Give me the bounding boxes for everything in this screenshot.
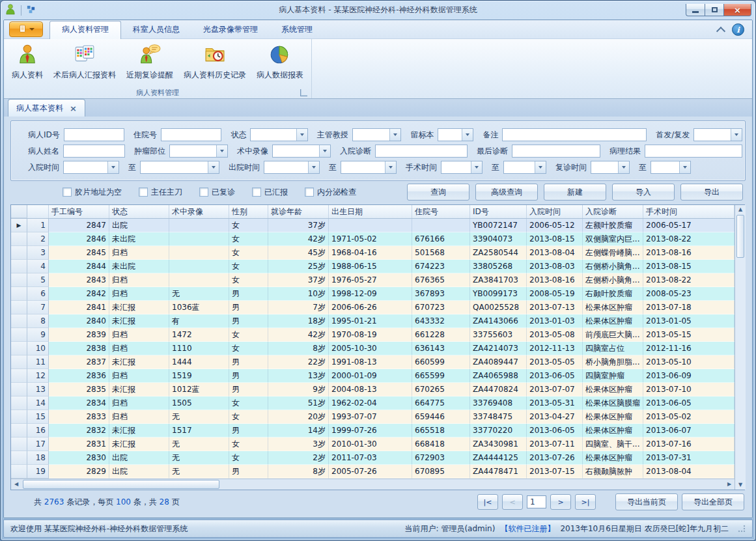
column-header-术中录像[interactable]: 术中录像: [169, 205, 229, 218]
table-row[interactable]: 92839归档1472女42岁1970-08-19661228337556032…: [11, 328, 735, 342]
report-grid-button[interactable]: 术后病人汇报资料: [48, 40, 121, 82]
table-row[interactable]: 22846未出院女42岁1971-05-02676166339040732013…: [11, 232, 735, 246]
pathology-result-input[interactable]: [645, 145, 742, 158]
collapse-ribbon-icon[interactable]: [716, 26, 725, 35]
new-button[interactable]: 新建: [544, 184, 606, 201]
checkbox-icon[interactable]: [252, 187, 261, 197]
discharge-date-to[interactable]: [341, 161, 397, 174]
combo-dropdown-icon[interactable]: [618, 161, 629, 173]
resize-grip[interactable]: [738, 525, 746, 533]
admit-date-from[interactable]: [63, 161, 119, 174]
history-folder-button[interactable]: 病人资料历史记录: [178, 40, 251, 82]
scroll-left-icon[interactable]: ◀: [11, 480, 21, 489]
table-row[interactable]: 132835未汇报1012蓝男9岁2004-08-13670265ZA44708…: [11, 383, 735, 396]
surgery-date-to[interactable]: [503, 161, 546, 174]
next-page-button[interactable]: >: [550, 494, 571, 510]
horizontal-scroll-thumb[interactable]: [23, 480, 219, 489]
table-row[interactable]: 152833归档无女20岁1993-07-0765944633748475201…: [11, 410, 735, 424]
combo-dropdown-icon[interactable]: [731, 129, 742, 141]
first-or-relapse-select[interactable]: [693, 128, 742, 141]
horizontal-scrollbar[interactable]: ◀ ▶: [11, 479, 735, 490]
close-button[interactable]: ×: [723, 4, 751, 16]
remark-input[interactable]: [502, 128, 647, 141]
table-row[interactable]: ▶12847出院女37岁YB00721472006-05-12左额叶胶质瘤200…: [11, 219, 735, 232]
checkbox-icon[interactable]: [199, 187, 208, 197]
table-row[interactable]: 62842归档无男10岁1998-12-09367893YB0099173200…: [11, 287, 735, 301]
combo-dropdown-icon[interactable]: [389, 129, 400, 141]
last-page-button[interactable]: >|: [575, 494, 596, 510]
table-row[interactable]: 112837未汇报1444男22岁1991-08-13660599ZA40894…: [11, 355, 735, 369]
director-surgeon-checkbox[interactable]: 主任主刀: [139, 187, 182, 198]
column-header-就诊年龄[interactable]: 就诊年龄: [268, 205, 329, 218]
column-header-性别[interactable]: 性别: [229, 205, 268, 218]
maximize-button[interactable]: [705, 4, 723, 16]
combo-dropdown-icon[interactable]: [319, 145, 330, 157]
application-menu-button[interactable]: [9, 21, 43, 37]
table-row[interactable]: 162832未汇报1517男14岁1999-07-266655183377022…: [11, 424, 735, 437]
reported-checkbox[interactable]: 已汇报: [252, 187, 288, 198]
first-page-button[interactable]: |<: [477, 494, 498, 510]
discharge-date-from[interactable]: [264, 161, 320, 174]
column-header-手工编号[interactable]: 手工编号: [49, 205, 109, 218]
column-header-入院时间[interactable]: 入院时间: [527, 205, 583, 218]
table-row[interactable]: 72841未汇报1036蓝男7岁2006-06-26670723QA002552…: [11, 301, 735, 314]
column-header-rownum[interactable]: [27, 205, 49, 218]
ribbon-tab-4[interactable]: 系统管理: [270, 21, 324, 38]
combo-dropdown-icon[interactable]: [535, 161, 546, 173]
page-number-input[interactable]: 1: [527, 495, 546, 508]
table-row[interactable]: 32845归档女45岁1968-04-16501568ZA25805442013…: [11, 246, 735, 260]
export-all-pages-button[interactable]: 导出全部页: [682, 493, 744, 510]
import-button[interactable]: 导入: [612, 184, 675, 201]
column-header-住院号[interactable]: 住院号: [412, 205, 470, 218]
endocrine-exam-checkbox[interactable]: 内分泌检查: [305, 187, 356, 198]
pie-chart-button[interactable]: 病人数据报表: [251, 40, 309, 82]
column-header-状态[interactable]: 状态: [109, 205, 169, 218]
column-header-入院诊断[interactable]: 入院诊断: [583, 205, 643, 218]
column-header-手术时间[interactable]: 手术时间: [643, 205, 735, 218]
table-row[interactable]: 52843归档女37岁1976-05-27676365ZA38417032013…: [11, 273, 735, 287]
export-button[interactable]: 导出: [680, 184, 743, 201]
combo-dropdown-icon[interactable]: [216, 145, 227, 157]
previous-page-button[interactable]: <: [502, 494, 523, 510]
combo-dropdown-icon[interactable]: [471, 161, 482, 173]
revisit-reminder-button[interactable]: 近期复诊提醒: [121, 40, 178, 82]
tumor-site-select[interactable]: [169, 145, 228, 158]
combo-dropdown-icon[interactable]: [385, 161, 396, 173]
ribbon-tab-3[interactable]: 光盘录像带管理: [191, 21, 270, 38]
patient-id-input[interactable]: [64, 128, 124, 141]
checkbox-icon[interactable]: [305, 187, 314, 197]
specimen-select[interactable]: [438, 128, 473, 141]
combo-dropdown-icon[interactable]: [296, 129, 307, 141]
column-header-出生日期[interactable]: 出生日期: [329, 205, 412, 218]
registration-status-link[interactable]: 【软件已注册】: [500, 523, 555, 534]
combo-dropdown-icon[interactable]: [308, 161, 319, 173]
checkbox-icon[interactable]: [139, 187, 148, 197]
query-button[interactable]: 查询: [407, 184, 469, 201]
revisited-checkbox[interactable]: 已复诊: [199, 187, 235, 198]
checkbox-icon[interactable]: [63, 187, 72, 197]
minimize-button[interactable]: [686, 4, 705, 16]
chief-professor-select[interactable]: [352, 128, 402, 141]
film-address-empty-checkbox[interactable]: 胶片地址为空: [63, 187, 122, 198]
column-header-ID号[interactable]: ID号: [470, 205, 527, 218]
admit-date-to[interactable]: [140, 161, 219, 174]
export-current-page-button[interactable]: 导出当前页: [615, 493, 678, 510]
combo-dropdown-icon[interactable]: [462, 129, 473, 141]
table-row[interactable]: 102838归档1110女8岁2005-10-30636143ZA4214073…: [11, 342, 735, 355]
status-select[interactable]: [250, 128, 307, 141]
vertical-scrollbar[interactable]: ▲ ▼: [735, 205, 746, 490]
admission-diagnosis-input[interactable]: [375, 145, 468, 158]
revisit-date-from[interactable]: [591, 161, 630, 174]
advanced-query-button[interactable]: 高级查询: [475, 184, 538, 201]
vertical-scroll-thumb[interactable]: [736, 215, 744, 258]
patient-button[interactable]: 病人资料: [7, 40, 48, 82]
surgery-date-from[interactable]: [441, 161, 483, 174]
table-row[interactable]: 192829出院无男8岁2005-07-26670895ZA4478471201…: [11, 465, 735, 479]
revisit-date-to[interactable]: [651, 161, 691, 174]
dialog-launcher-icon[interactable]: [300, 89, 307, 96]
inpatient-no-input[interactable]: [161, 128, 221, 141]
quick-access-icon[interactable]: [26, 5, 36, 16]
info-icon[interactable]: i: [732, 23, 744, 36]
table-row[interactable]: 82840未汇报有男18岁1995-01-21643332ZA414306620…: [11, 314, 735, 328]
scroll-right-icon[interactable]: ▶: [724, 480, 735, 489]
